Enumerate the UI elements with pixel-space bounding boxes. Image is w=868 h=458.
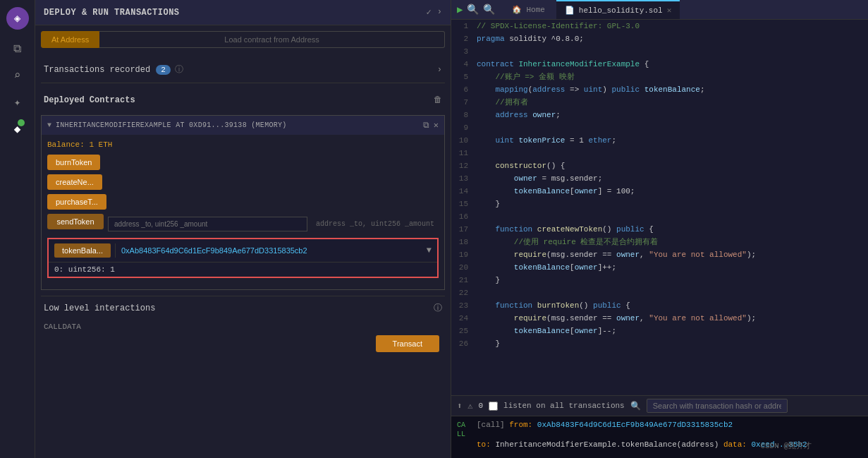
create-token-button[interactable]: createNe... [47,174,102,190]
app-logo: ◈ [6,7,29,30]
line-number: 4 [457,58,477,71]
line-content [477,147,482,159]
line-number: 23 [457,299,477,312]
log-text-2: to: InheritanceModifierExample.tokenBala… [477,440,807,449]
home-icon: 🏠 [512,5,522,14]
zoom-out-icon[interactable]: 🔍 [467,4,479,16]
header-icons: ✓ › [427,7,442,18]
code-line: 1// SPDX-License-Identifier: GPL-3.0 [451,20,868,32]
line-number: 9 [457,121,477,134]
create-token-row: createNe... [47,174,439,194]
line-content: //拥有者 [477,96,528,109]
listen-checkbox[interactable] [489,402,498,411]
deployed-contracts-title: Deployed Contracts [44,95,434,105]
transactions-row: Transactions recorded 2 ⓘ › [41,56,445,83]
transactions-expand-icon[interactable]: › [437,65,442,75]
line-number: 16 [457,210,477,223]
sidebar: ◈ ⧉ ⌕ ✦ ◆ [0,0,35,458]
code-line: 6 mapping(address => uint) public tokenB… [451,83,868,96]
line-content: tokenBalance[owner]--; [477,325,616,337]
line-number: 14 [457,185,477,198]
code-line: 10 uint tokenPrice = 1 ether; [451,134,868,147]
purchase-token-button[interactable]: purchaseT... [47,194,106,210]
deploy-badge [18,119,25,126]
tab-file[interactable]: 📄 hello_solidity.sol ✕ [556,0,680,19]
transactions-label: Transactions recorded [44,65,150,75]
low-level-header: Low level interactions ⓘ [41,296,445,320]
code-line: 7 //拥有者 [451,96,868,109]
transaction-search-input[interactable] [647,399,788,413]
line-number: 17 [457,223,477,236]
copy-icon[interactable]: ⧉ [423,121,429,131]
burn-token-button[interactable]: burnToken [47,155,100,170]
line-number: 15 [457,198,477,210]
line-number: 26 [457,337,477,350]
contract-collapse-icon[interactable]: ▼ [47,121,51,129]
code-line: 3 [451,45,868,58]
line-content [477,45,482,58]
line-content: contract InheritanceModifierExample { [477,58,649,71]
code-area[interactable]: 1// SPDX-License-Identifier: GPL-3.02pra… [451,20,868,395]
console-expand-icon[interactable]: ⬆ [457,401,462,411]
code-line: 25 tokenBalance[owner]--; [451,325,868,337]
transact-button[interactable]: Transact [376,335,439,352]
sidebar-icon-git[interactable]: ✦ [14,95,21,109]
code-line: 2pragma solidity ^0.8.0; [451,32,868,45]
line-content: mapping(address => uint) public tokenBal… [477,83,705,96]
code-line: 14 tokenBalance[owner] = 100; [451,185,868,198]
check-icon: ✓ [427,7,432,18]
send-token-button[interactable]: sendToken [47,214,104,229]
contract-close-icon[interactable]: ✕ [434,120,439,131]
code-line: 19 require(msg.sender == owner, "You are… [451,248,868,261]
sidebar-icon-deploy[interactable]: ◆ [14,122,21,136]
run-icon[interactable]: ▶ [457,4,463,16]
line-content: function burnToken() public { [477,299,630,312]
line-content: // SPDX-License-Identifier: GPL-3.0 [477,20,640,32]
search-icon[interactable]: 🔍 [630,401,641,411]
line-content: require(msg.sender == owner, "You are no… [477,248,756,261]
tab-home-label: Home [526,6,544,14]
line-number: 10 [457,134,477,147]
burn-token-row: burnToken [47,155,439,174]
line-number: 3 [457,45,477,58]
line-content: require(msg.sender == owner, "You are no… [477,312,756,325]
code-line: 18 //使用 require 检查是不是合约拥有着 [451,236,868,248]
send-token-input[interactable] [108,217,307,231]
load-contract-button[interactable]: Load contract from Address [99,31,445,48]
trash-icon[interactable]: 🗑 [434,95,442,105]
tab-file-label: hello_solidity.sol [579,6,663,15]
chevron-right-icon: › [437,7,442,18]
at-address-button[interactable]: At Address [41,31,99,48]
line-number: 21 [457,274,477,287]
send-token-row: sendToken address _to, uint256 _amount [47,214,439,234]
console-count: 0 [478,402,483,410]
tab-close-icon[interactable]: ✕ [667,6,672,15]
line-number: 2 [457,32,477,45]
zoom-in-icon[interactable]: 🔍 [483,4,495,16]
low-level-info-icon[interactable]: ⓘ [434,302,442,314]
console-bar: ⬆ ⚠ 0 listen on all transactions 🔍 [451,395,868,416]
sidebar-icon-search[interactable]: ⌕ [14,68,21,83]
tab-home[interactable]: 🏠 Home [503,1,553,18]
token-balance-input[interactable] [115,243,427,258]
sidebar-icon-files[interactable]: ⧉ [13,42,21,56]
line-content: address owner; [477,109,561,121]
line-number: 25 [457,325,477,337]
file-icon: 📄 [565,6,575,15]
line-number: 22 [457,287,477,299]
info-icon[interactable]: ⓘ [175,64,183,76]
line-number: 20 [457,261,477,274]
balance-display: Balance: 1 ETH [47,140,439,149]
token-balance-expand-icon[interactable]: ▼ [427,246,432,255]
line-number: 19 [457,248,477,261]
console-warn-icon[interactable]: ⚠ [467,401,472,411]
code-line: 23 function burnToken() public { [451,299,868,312]
contract-body: Balance: 1 ETH burnToken createNe... pur… [42,135,444,289]
purchase-token-row: purchaseT... [47,194,439,214]
code-line: 15 } [451,198,868,210]
line-content [477,210,482,223]
token-balance-button[interactable]: tokenBala... [54,243,111,258]
code-line: 8 address owner; [451,109,868,121]
transact-row: Transact [44,335,442,352]
contract-instance-header: ▼ INHERITANCEMODIFIEREXAMPLE AT 0XD91...… [42,116,444,135]
